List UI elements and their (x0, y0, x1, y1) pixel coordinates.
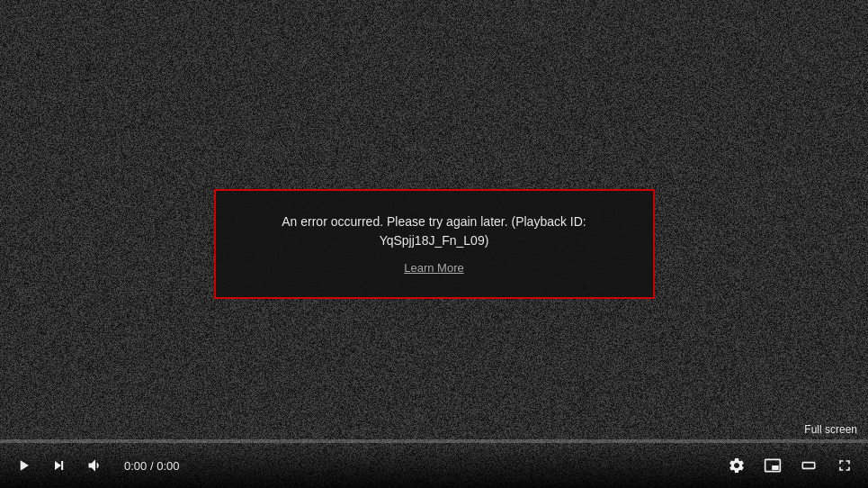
time-display: 0:00 / 0:00 (124, 459, 179, 473)
theater-icon (800, 456, 818, 474)
settings-icon (728, 456, 746, 474)
settings-button[interactable] (724, 453, 749, 478)
fullscreen-button[interactable] (832, 453, 857, 478)
error-dialog: An error occurred. Please try again late… (214, 189, 655, 299)
error-message: An error occurred. Please try again late… (252, 212, 617, 250)
time-total: 0:00 (157, 459, 179, 473)
theater-button[interactable] (796, 453, 821, 478)
fullscreen-icon (836, 456, 854, 474)
controls-left: 0:00 / 0:00 (11, 453, 724, 478)
controls-bar: 0:00 / 0:00 (0, 443, 868, 488)
volume-button[interactable] (83, 453, 108, 478)
fullscreen-label: Full screen (804, 423, 857, 436)
play-icon (14, 456, 32, 474)
play-button[interactable] (11, 453, 36, 478)
video-player: An error occurred. Please try again late… (0, 0, 868, 488)
next-icon (50, 456, 68, 474)
miniplayer-icon (764, 456, 782, 474)
time-current: 0:00 (124, 459, 147, 473)
miniplayer-button[interactable] (760, 453, 785, 478)
learn-more-link[interactable]: Learn More (404, 261, 463, 275)
volume-icon (86, 456, 104, 474)
next-button[interactable] (47, 453, 72, 478)
controls-right (724, 453, 857, 478)
